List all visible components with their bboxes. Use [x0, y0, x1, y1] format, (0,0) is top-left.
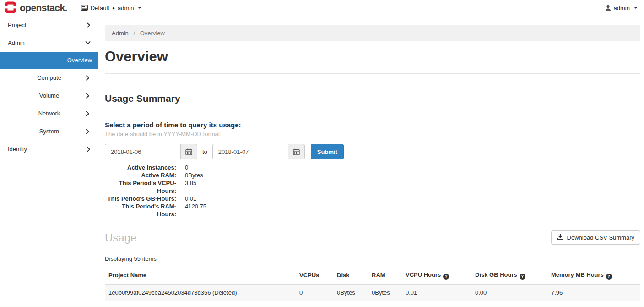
- user-menu-label: admin: [614, 5, 630, 11]
- cell-disk: 0Bytes: [333, 284, 368, 301]
- user-menu-dropdown[interactable]: admin: [605, 5, 638, 11]
- stat-label: Active Instances:: [105, 164, 176, 171]
- sidebar-item-label: Network: [38, 110, 60, 117]
- cell-disk-gb-hours: 0.00: [471, 284, 547, 301]
- stat-label: Active RAM:: [105, 171, 176, 179]
- help-icon[interactable]: ?: [606, 274, 612, 280]
- sidebar-item-volume[interactable]: Volume: [0, 87, 98, 104]
- context-switcher-dropdown[interactable]: Default ● admin: [81, 5, 142, 11]
- breadcrumb: Admin / Overview: [105, 25, 640, 41]
- download-csv-button[interactable]: Download CSV Summary: [551, 230, 640, 245]
- page-title: Overview: [105, 49, 640, 65]
- cell-vcpu-hours: 0.01: [402, 284, 471, 301]
- sidebar-item-label: Admin: [8, 39, 25, 46]
- brand-text: openstack.: [20, 3, 67, 13]
- cell-memory-mb-hours: 7.96: [547, 284, 640, 301]
- sidebar-item-system[interactable]: System: [0, 122, 98, 140]
- cell-vcpus: 0: [296, 301, 333, 307]
- table-row: bf11c5fa0f1b452db4b7741a6c33a92f (Delete…: [105, 301, 640, 307]
- stat-value: 4120.75: [185, 203, 206, 218]
- calendar-icon[interactable]: [288, 144, 305, 159]
- cell-ram: 0Bytes: [368, 284, 402, 301]
- sidebar-item-compute[interactable]: Compute: [0, 69, 98, 87]
- column-header-disk: Disk: [333, 267, 368, 284]
- cell-memory-mb-hours: 497.78: [547, 301, 640, 307]
- column-header-memory-mb-hours: Memory MB Hours?: [547, 267, 640, 284]
- help-icon[interactable]: ?: [520, 274, 525, 280]
- cell-project-name: bf11c5fa0f1b452db4b7741a6c33a92f (Delete…: [105, 301, 296, 307]
- stat-active-ram: Active RAM: 0Bytes: [105, 171, 640, 179]
- stat-value: 0Bytes: [185, 171, 203, 179]
- date-range-prompt: Select a period of time to query its usa…: [105, 121, 640, 129]
- sidebar-item-label: Project: [8, 22, 26, 28]
- sidebar-item-identity[interactable]: Identity: [0, 140, 98, 158]
- end-date-group: [212, 144, 305, 159]
- column-header-disk-gb-hours: Disk GB Hours?: [471, 267, 547, 284]
- sidebar-item-label: Identity: [8, 146, 27, 153]
- stat-value: 0.01: [185, 195, 196, 203]
- sidebar-item-label: Compute: [37, 74, 61, 81]
- main-content: Admin / Overview Overview Usage Summary …: [98, 16, 644, 307]
- chevron-right-icon: [86, 129, 90, 134]
- calendar-icon[interactable]: [180, 144, 197, 159]
- chevron-right-icon: [87, 22, 91, 28]
- sidebar-item-overview[interactable]: Overview: [0, 52, 98, 69]
- chevron-down-icon: [85, 41, 91, 45]
- sidebar-item-label: Volume: [39, 92, 59, 99]
- sidebar-item-project[interactable]: Project: [0, 16, 98, 34]
- sidebar-item-label: System: [39, 128, 59, 135]
- title-divider: [105, 73, 640, 74]
- cell-disk: 0Bytes: [333, 301, 368, 307]
- download-icon: [557, 234, 563, 241]
- breadcrumb-separator: /: [133, 30, 135, 37]
- context-domain: Default: [91, 5, 109, 11]
- stat-label: This Period's VCPU-Hours:: [105, 179, 176, 195]
- openstack-logo-icon: [5, 1, 16, 15]
- chevron-right-icon: [86, 93, 90, 99]
- date-format-hint: The date should be in YYYY-MM-DD format.: [105, 131, 640, 137]
- context-project: admin: [118, 5, 134, 11]
- column-header-vcpus: VCPUs: [296, 267, 333, 284]
- cell-vcpus: 0: [296, 284, 333, 301]
- sidebar-item-admin[interactable]: Admin: [0, 34, 98, 52]
- stat-vcpu-hours: This Period's VCPU-Hours: 3.85: [105, 179, 640, 195]
- caret-down-icon: [138, 7, 141, 9]
- column-header-vcpu-hours: VCPU Hours?: [402, 267, 471, 284]
- date-range-form: to Submit: [105, 144, 640, 159]
- usage-stats: Active Instances: 0 Active RAM: 0Bytes T…: [105, 164, 640, 218]
- cell-ram: 0Bytes: [368, 301, 402, 307]
- breadcrumb-admin-link[interactable]: Admin: [112, 30, 129, 37]
- table-row: 1e0b0f99af0249cea24502034d73d356 (Delete…: [105, 284, 640, 301]
- chevron-right-icon: [86, 111, 90, 116]
- cell-disk-gb-hours: 0.00: [471, 301, 547, 307]
- chevron-right-icon: [86, 75, 90, 81]
- user-icon: [605, 5, 611, 11]
- chevron-right-icon: [87, 147, 91, 152]
- stat-ram-hours: This Period's RAM-Hours: 4120.75: [105, 203, 640, 218]
- cell-project-name: 1e0b0f99af0249cea24502034d73d356 (Delete…: [105, 284, 296, 301]
- breadcrumb-current: Overview: [140, 30, 165, 37]
- stat-label: This Period's GB-Hours:: [105, 195, 176, 203]
- column-header-project-name: Project Name: [105, 267, 296, 284]
- end-date-input[interactable]: [212, 144, 288, 159]
- sidebar-item-label: Overview: [67, 57, 92, 64]
- stat-value: 0: [185, 164, 188, 171]
- start-date-group: [105, 144, 197, 159]
- usage-heading: Usage: [105, 231, 136, 244]
- caret-down-icon: [634, 7, 638, 9]
- stat-gb-hours: This Period's GB-Hours: 0.01: [105, 195, 640, 203]
- help-icon[interactable]: ?: [443, 274, 449, 280]
- sidebar-nav: Project Admin Overview Compute Volume: [0, 16, 98, 158]
- context-separator: ●: [112, 5, 115, 11]
- column-header-ram: RAM: [368, 267, 402, 284]
- openstack-brand[interactable]: openstack.: [5, 1, 67, 15]
- domain-list-icon: [81, 5, 88, 11]
- submit-button[interactable]: Submit: [311, 144, 344, 159]
- usage-section-header: Usage Download CSV Summary: [105, 230, 640, 245]
- usage-table: Project Name VCPUs Disk RAM VCPU Hours? …: [105, 267, 640, 307]
- usage-summary-heading: Usage Summary: [105, 93, 640, 104]
- stat-label: This Period's RAM-Hours:: [105, 203, 176, 218]
- sidebar-item-network[interactable]: Network: [0, 104, 98, 122]
- table-header-row: Project Name VCPUs Disk RAM VCPU Hours? …: [105, 267, 640, 284]
- start-date-input[interactable]: [105, 144, 180, 159]
